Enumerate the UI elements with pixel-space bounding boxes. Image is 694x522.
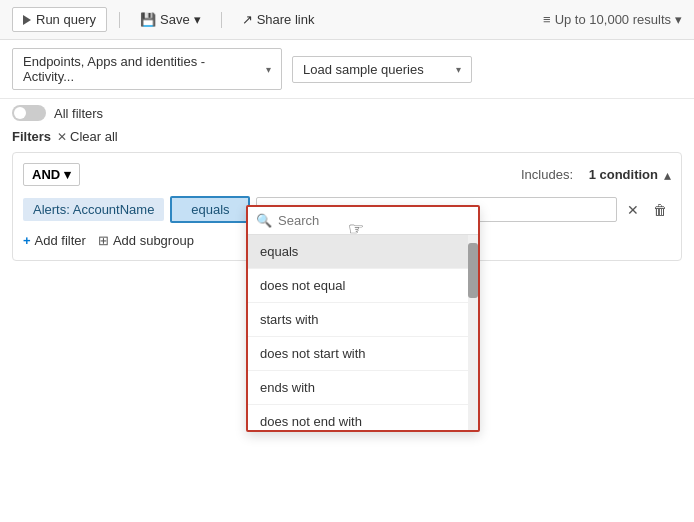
and-label: AND — [32, 167, 60, 182]
clear-all-x-icon: ✕ — [57, 130, 67, 144]
endpoint-dropdown[interactable]: Endpoints, Apps and identities - Activit… — [12, 48, 282, 90]
dropdown-item-label: equals — [260, 244, 298, 259]
filter-delete-button[interactable]: 🗑 — [649, 200, 671, 220]
includes-prefix: Includes: — [521, 167, 573, 182]
endpoint-dropdown-label: Endpoints, Apps and identities - Activit… — [23, 54, 258, 84]
results-chevron-icon: ▾ — [675, 12, 682, 27]
dropdown-item-label: starts with — [260, 312, 319, 327]
toolbar-left: Run query 💾 Save ▾ ↗ Share link — [12, 7, 322, 32]
share-link-button[interactable]: ↗ Share link — [234, 8, 323, 31]
operator-button[interactable]: equals — [170, 196, 250, 223]
save-label: Save — [160, 12, 190, 27]
clear-all-button[interactable]: ✕ Clear all — [57, 129, 118, 144]
clear-all-label: Clear all — [70, 129, 118, 144]
dropdown-item-does-not-start-with[interactable]: does not start with — [248, 337, 478, 371]
dropdown-item-ends-with[interactable]: ends with — [248, 371, 478, 405]
dropdown-item-does-not-end-with[interactable]: does not end with — [248, 405, 478, 430]
all-filters-row: All filters — [0, 99, 694, 127]
includes-count: 1 condition — [589, 167, 658, 182]
dropdown-search-input[interactable] — [278, 213, 470, 228]
filter-delete-icon: 🗑 — [653, 202, 667, 218]
add-subgroup-label: Add subgroup — [113, 233, 194, 248]
operator-dropdown: 🔍 equals does not equal starts with does… — [246, 205, 480, 432]
dropdown-item-label: does not end with — [260, 414, 362, 429]
dropdowns-row: Endpoints, Apps and identities - Activit… — [0, 40, 694, 99]
filters-header: Filters ✕ Clear all — [0, 127, 694, 152]
toolbar-divider — [119, 12, 120, 28]
results-icon: ≡ — [543, 12, 551, 27]
save-chevron-icon: ▾ — [194, 12, 201, 27]
share-link-label: Share link — [257, 12, 315, 27]
add-filter-button[interactable]: + Add filter — [23, 231, 86, 250]
subgroup-icon: ⊞ — [98, 233, 109, 248]
all-filters-label: All filters — [54, 106, 103, 121]
collapse-icon[interactable]: ▴ — [664, 167, 671, 183]
toolbar: Run query 💾 Save ▾ ↗ Share link ≡ Up to … — [0, 0, 694, 40]
toolbar-divider2 — [221, 12, 222, 28]
play-icon — [23, 15, 31, 25]
run-query-label: Run query — [36, 12, 96, 27]
toolbar-right: ≡ Up to 10,000 results ▾ — [543, 12, 682, 27]
plus-icon: + — [23, 233, 31, 248]
sample-queries-chevron-icon: ▾ — [456, 64, 461, 75]
share-icon: ↗ — [242, 12, 253, 27]
save-button[interactable]: 💾 Save ▾ — [132, 8, 209, 31]
filter-group-header: AND ▾ Includes: 1 condition ▴ — [23, 163, 671, 186]
and-button[interactable]: AND ▾ — [23, 163, 80, 186]
filter-field-tag[interactable]: Alerts: AccountName — [23, 198, 164, 221]
scrollbar-thumb[interactable] — [468, 243, 478, 298]
sample-queries-dropdown[interactable]: Load sample queries ▾ — [292, 56, 472, 83]
dropdown-item-does-not-equal[interactable]: does not equal — [248, 269, 478, 303]
includes-text: Includes: 1 condition ▴ — [521, 167, 671, 183]
all-filters-toggle[interactable] — [12, 105, 46, 121]
dropdown-search-icon: 🔍 — [256, 213, 272, 228]
and-chevron-icon: ▾ — [64, 167, 71, 182]
add-filter-label: Add filter — [35, 233, 86, 248]
dropdown-item-starts-with[interactable]: starts with — [248, 303, 478, 337]
filter-field-label: Alerts: AccountName — [33, 202, 154, 217]
add-subgroup-button[interactable]: ⊞ Add subgroup — [98, 231, 194, 250]
scrollbar-track[interactable] — [468, 235, 478, 430]
dropdown-search-box: 🔍 — [248, 207, 478, 235]
dropdown-item-label: ends with — [260, 380, 315, 395]
save-icon: 💾 — [140, 12, 156, 27]
operator-label: equals — [191, 202, 229, 217]
filter-close-icon: ✕ — [627, 202, 639, 218]
dropdown-item-label: does not start with — [260, 346, 366, 361]
filter-close-button[interactable]: ✕ — [623, 200, 643, 220]
dropdown-item-equals[interactable]: equals — [248, 235, 478, 269]
sample-queries-label: Load sample queries — [303, 62, 424, 77]
dropdown-list: equals does not equal starts with does n… — [248, 235, 478, 430]
endpoint-chevron-icon: ▾ — [266, 64, 271, 75]
filters-title: Filters — [12, 129, 51, 144]
run-query-button[interactable]: Run query — [12, 7, 107, 32]
dropdown-item-label: does not equal — [260, 278, 345, 293]
results-label: Up to 10,000 results — [555, 12, 671, 27]
